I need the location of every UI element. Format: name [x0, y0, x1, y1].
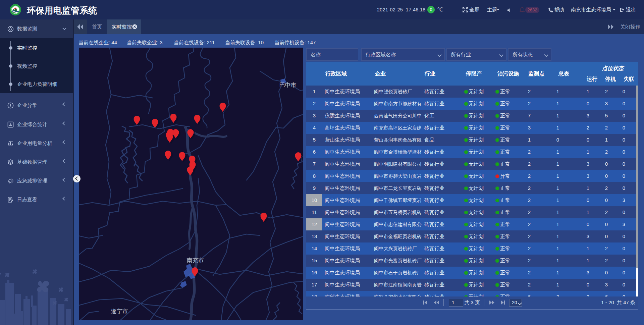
- svg-text:巴中市: 巴中市: [279, 82, 297, 88]
- svg-text:南充市: 南充市: [187, 257, 204, 264]
- svg-text:遂宁市: 遂宁市: [111, 308, 128, 315]
